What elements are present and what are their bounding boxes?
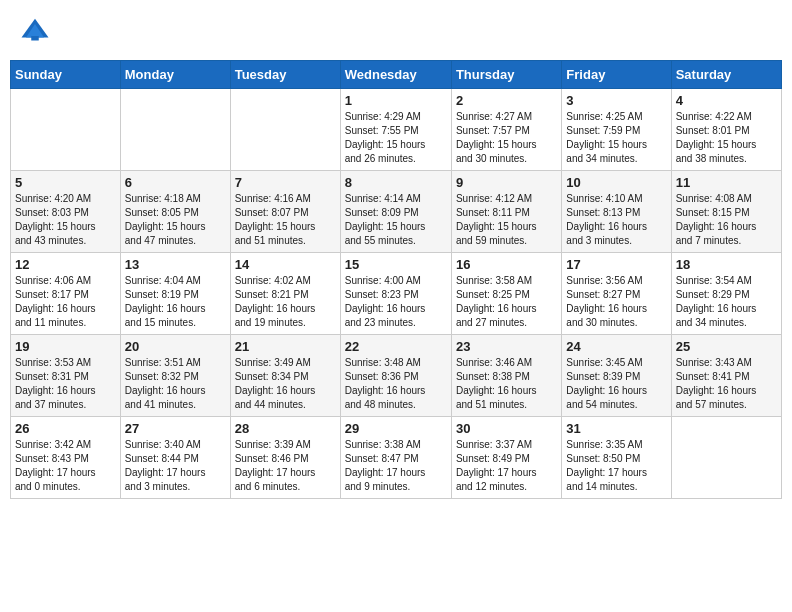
day-number: 15 [345,257,447,272]
calendar-cell: 21Sunrise: 3:49 AMSunset: 8:34 PMDayligh… [230,335,340,417]
day-info: Sunrise: 3:45 AMSunset: 8:39 PMDaylight:… [566,356,666,412]
calendar-cell: 22Sunrise: 3:48 AMSunset: 8:36 PMDayligh… [340,335,451,417]
calendar-cell: 8Sunrise: 4:14 AMSunset: 8:09 PMDaylight… [340,171,451,253]
day-info: Sunrise: 4:02 AMSunset: 8:21 PMDaylight:… [235,274,336,330]
calendar-cell: 23Sunrise: 3:46 AMSunset: 8:38 PMDayligh… [451,335,561,417]
calendar-header-row: SundayMondayTuesdayWednesdayThursdayFrid… [11,61,782,89]
calendar-cell: 14Sunrise: 4:02 AMSunset: 8:21 PMDayligh… [230,253,340,335]
day-info: Sunrise: 3:46 AMSunset: 8:38 PMDaylight:… [456,356,557,412]
day-info: Sunrise: 3:38 AMSunset: 8:47 PMDaylight:… [345,438,447,494]
day-info: Sunrise: 4:20 AMSunset: 8:03 PMDaylight:… [15,192,116,248]
calendar-cell: 3Sunrise: 4:25 AMSunset: 7:59 PMDaylight… [562,89,671,171]
day-number: 19 [15,339,116,354]
day-number: 14 [235,257,336,272]
column-header-saturday: Saturday [671,61,781,89]
calendar-cell [230,89,340,171]
calendar-cell: 26Sunrise: 3:42 AMSunset: 8:43 PMDayligh… [11,417,121,499]
day-info: Sunrise: 4:22 AMSunset: 8:01 PMDaylight:… [676,110,777,166]
day-info: Sunrise: 4:04 AMSunset: 8:19 PMDaylight:… [125,274,226,330]
calendar-cell: 12Sunrise: 4:06 AMSunset: 8:17 PMDayligh… [11,253,121,335]
day-number: 11 [676,175,777,190]
day-info: Sunrise: 3:40 AMSunset: 8:44 PMDaylight:… [125,438,226,494]
calendar-cell: 16Sunrise: 3:58 AMSunset: 8:25 PMDayligh… [451,253,561,335]
day-number: 26 [15,421,116,436]
day-number: 22 [345,339,447,354]
calendar-cell: 5Sunrise: 4:20 AMSunset: 8:03 PMDaylight… [11,171,121,253]
day-info: Sunrise: 4:08 AMSunset: 8:15 PMDaylight:… [676,192,777,248]
column-header-sunday: Sunday [11,61,121,89]
calendar-cell: 19Sunrise: 3:53 AMSunset: 8:31 PMDayligh… [11,335,121,417]
day-number: 31 [566,421,666,436]
calendar-cell: 24Sunrise: 3:45 AMSunset: 8:39 PMDayligh… [562,335,671,417]
week-row-2: 5Sunrise: 4:20 AMSunset: 8:03 PMDaylight… [11,171,782,253]
calendar-cell: 10Sunrise: 4:10 AMSunset: 8:13 PMDayligh… [562,171,671,253]
day-info: Sunrise: 3:53 AMSunset: 8:31 PMDaylight:… [15,356,116,412]
day-number: 23 [456,339,557,354]
day-number: 5 [15,175,116,190]
day-info: Sunrise: 4:10 AMSunset: 8:13 PMDaylight:… [566,192,666,248]
calendar-cell: 6Sunrise: 4:18 AMSunset: 8:05 PMDaylight… [120,171,230,253]
logo-icon [20,15,50,45]
day-number: 10 [566,175,666,190]
day-info: Sunrise: 3:49 AMSunset: 8:34 PMDaylight:… [235,356,336,412]
calendar-cell: 9Sunrise: 4:12 AMSunset: 8:11 PMDaylight… [451,171,561,253]
day-number: 25 [676,339,777,354]
column-header-friday: Friday [562,61,671,89]
day-info: Sunrise: 3:48 AMSunset: 8:36 PMDaylight:… [345,356,447,412]
day-number: 27 [125,421,226,436]
day-number: 18 [676,257,777,272]
calendar-cell: 13Sunrise: 4:04 AMSunset: 8:19 PMDayligh… [120,253,230,335]
svg-rect-2 [31,36,39,41]
week-row-3: 12Sunrise: 4:06 AMSunset: 8:17 PMDayligh… [11,253,782,335]
page-header [10,10,782,50]
day-info: Sunrise: 4:18 AMSunset: 8:05 PMDaylight:… [125,192,226,248]
day-number: 3 [566,93,666,108]
calendar-cell: 30Sunrise: 3:37 AMSunset: 8:49 PMDayligh… [451,417,561,499]
day-number: 2 [456,93,557,108]
day-info: Sunrise: 4:12 AMSunset: 8:11 PMDaylight:… [456,192,557,248]
day-number: 9 [456,175,557,190]
day-number: 29 [345,421,447,436]
day-number: 21 [235,339,336,354]
week-row-4: 19Sunrise: 3:53 AMSunset: 8:31 PMDayligh… [11,335,782,417]
calendar-cell: 18Sunrise: 3:54 AMSunset: 8:29 PMDayligh… [671,253,781,335]
calendar-cell: 11Sunrise: 4:08 AMSunset: 8:15 PMDayligh… [671,171,781,253]
calendar-cell: 2Sunrise: 4:27 AMSunset: 7:57 PMDaylight… [451,89,561,171]
week-row-1: 1Sunrise: 4:29 AMSunset: 7:55 PMDaylight… [11,89,782,171]
day-number: 1 [345,93,447,108]
day-number: 7 [235,175,336,190]
calendar-cell: 20Sunrise: 3:51 AMSunset: 8:32 PMDayligh… [120,335,230,417]
day-info: Sunrise: 3:43 AMSunset: 8:41 PMDaylight:… [676,356,777,412]
calendar-cell [671,417,781,499]
day-info: Sunrise: 3:39 AMSunset: 8:46 PMDaylight:… [235,438,336,494]
week-row-5: 26Sunrise: 3:42 AMSunset: 8:43 PMDayligh… [11,417,782,499]
day-info: Sunrise: 3:37 AMSunset: 8:49 PMDaylight:… [456,438,557,494]
day-number: 30 [456,421,557,436]
day-info: Sunrise: 3:56 AMSunset: 8:27 PMDaylight:… [566,274,666,330]
day-info: Sunrise: 4:14 AMSunset: 8:09 PMDaylight:… [345,192,447,248]
calendar-cell [120,89,230,171]
day-info: Sunrise: 3:58 AMSunset: 8:25 PMDaylight:… [456,274,557,330]
column-header-tuesday: Tuesday [230,61,340,89]
day-info: Sunrise: 4:16 AMSunset: 8:07 PMDaylight:… [235,192,336,248]
calendar-cell: 4Sunrise: 4:22 AMSunset: 8:01 PMDaylight… [671,89,781,171]
calendar-cell: 25Sunrise: 3:43 AMSunset: 8:41 PMDayligh… [671,335,781,417]
calendar-cell [11,89,121,171]
calendar-cell: 29Sunrise: 3:38 AMSunset: 8:47 PMDayligh… [340,417,451,499]
day-info: Sunrise: 4:06 AMSunset: 8:17 PMDaylight:… [15,274,116,330]
day-number: 12 [15,257,116,272]
day-number: 24 [566,339,666,354]
day-info: Sunrise: 3:54 AMSunset: 8:29 PMDaylight:… [676,274,777,330]
day-number: 8 [345,175,447,190]
day-info: Sunrise: 3:51 AMSunset: 8:32 PMDaylight:… [125,356,226,412]
column-header-monday: Monday [120,61,230,89]
column-header-thursday: Thursday [451,61,561,89]
logo [20,15,54,45]
calendar-cell: 31Sunrise: 3:35 AMSunset: 8:50 PMDayligh… [562,417,671,499]
day-info: Sunrise: 3:35 AMSunset: 8:50 PMDaylight:… [566,438,666,494]
calendar-cell: 7Sunrise: 4:16 AMSunset: 8:07 PMDaylight… [230,171,340,253]
calendar-cell: 15Sunrise: 4:00 AMSunset: 8:23 PMDayligh… [340,253,451,335]
day-number: 13 [125,257,226,272]
day-number: 6 [125,175,226,190]
calendar-table: SundayMondayTuesdayWednesdayThursdayFrid… [10,60,782,499]
